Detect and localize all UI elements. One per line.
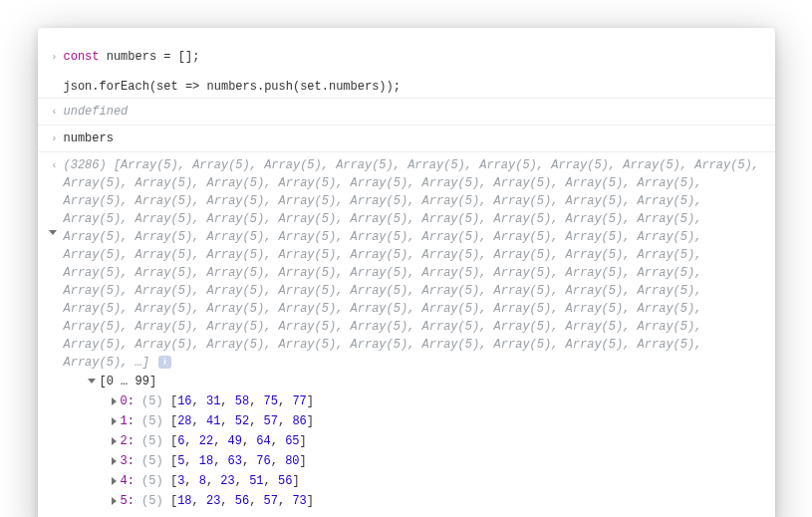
array-entry-row[interactable]: 4: (5) [3, 8, 23, 51, 56] (112, 471, 763, 491)
bracket-close: ] (307, 394, 314, 408)
range-row[interactable]: [0 … 99] (88, 372, 763, 391)
entry-value: 86 (292, 414, 306, 428)
array-length: (3286) (64, 158, 107, 172)
entry-value: 56 (235, 494, 249, 508)
bracket-close: ] (307, 494, 314, 508)
gutter-blank: · (46, 78, 64, 94)
result-icon: ‹ (46, 103, 64, 119)
array-entries: 0: (5) [16, 31, 58, 75, 77]1: (5) [28, 4… (88, 391, 763, 511)
entry-value: 51 (249, 474, 263, 488)
chevron-right-icon[interactable] (112, 397, 117, 405)
entry-length: (5) (141, 454, 163, 468)
expression: numbers (64, 129, 763, 147)
identifier-numbers: numbers (107, 50, 156, 64)
entry-value: 65 (285, 434, 299, 448)
keyword-const: const (64, 50, 100, 64)
entry-index: 3: (121, 454, 135, 468)
range-label: [0 … 99] (100, 375, 157, 388)
prompt-icon: › (46, 129, 64, 145)
console-input-row[interactable]: › const numbers = []; (38, 46, 775, 68)
result-expand-gutter[interactable]: ‹ (46, 156, 64, 172)
undefined-value: undefined (64, 103, 763, 121)
entry-length: (5) (141, 414, 163, 428)
bracket-close: ] (300, 434, 307, 448)
entry-value: 57 (264, 494, 278, 508)
chevron-right-icon[interactable] (112, 497, 117, 505)
entry-value: 77 (292, 394, 306, 408)
entry-value: 80 (285, 454, 299, 468)
bracket-close: ] (300, 454, 307, 468)
entry-length: (5) (141, 474, 163, 488)
entry-value: 64 (256, 434, 270, 448)
entry-value: 23 (220, 474, 234, 488)
console-result-row: ‹ undefined (38, 98, 775, 125)
entry-index: 1: (121, 414, 135, 428)
entry-value: 23 (206, 494, 220, 508)
chevron-down-icon[interactable] (88, 379, 96, 384)
entry-value: 56 (278, 474, 292, 488)
entry-value: 18 (199, 454, 213, 468)
entry-index: 2: (121, 434, 135, 448)
array-entry-row[interactable]: 1: (5) [28, 41, 52, 57, 86] (112, 411, 763, 431)
entry-value: 41 (206, 414, 220, 428)
entry-value: 18 (177, 494, 191, 508)
chevron-right-icon[interactable] (112, 477, 117, 485)
entry-value: 16 (177, 394, 191, 408)
entry-length: (5) (141, 434, 163, 448)
entry-value: 8 (199, 474, 206, 488)
entry-index: 4: (121, 474, 135, 488)
array-entry-row[interactable]: 3: (5) [5, 18, 63, 76, 80] (112, 451, 763, 471)
chevron-right-icon[interactable] (112, 457, 117, 465)
array-entry-row[interactable]: 0: (5) [16, 31, 58, 75, 77] (112, 391, 763, 411)
entry-length: (5) (141, 494, 163, 508)
entry-value: 73 (292, 494, 306, 508)
chevron-right-icon[interactable] (112, 437, 117, 445)
console-result-row: ‹ (3286) [Array(5), Array(5), Array(5), … (38, 151, 775, 515)
console-code: const numbers = []; (64, 48, 763, 66)
entry-index: 0: (121, 394, 135, 408)
expand-caret-icon[interactable] (49, 230, 57, 235)
array-preview-body: [Array(5), Array(5), Array(5), Array(5),… (64, 158, 760, 370)
chevron-right-icon[interactable] (112, 417, 117, 425)
array-preview[interactable]: (3286) [Array(5), Array(5), Array(5), Ar… (64, 156, 763, 372)
entry-value: 58 (235, 394, 249, 408)
info-icon[interactable]: i (158, 356, 171, 369)
entry-value: 75 (264, 394, 278, 408)
entry-value: 52 (235, 414, 249, 428)
entry-value: 63 (228, 454, 242, 468)
code-line-2: json.forEach(set => numbers.push(set.num… (64, 80, 401, 94)
prompt-icon: › (46, 48, 64, 64)
entry-value: 57 (264, 414, 278, 428)
bracket-close: ] (292, 474, 299, 488)
entry-value: 22 (199, 434, 213, 448)
array-entry-row[interactable]: 2: (5) [6, 22, 49, 64, 65] (112, 431, 763, 451)
array-result-content: (3286) [Array(5), Array(5), Array(5), Ar… (64, 156, 763, 511)
console-input-row[interactable]: · json.forEach(set => numbers.push(set.n… (38, 68, 775, 98)
entry-value: 49 (228, 434, 242, 448)
code-rest: []; (178, 50, 200, 64)
array-entry-row[interactable]: 5: (5) [18, 23, 56, 57, 73] (112, 491, 763, 511)
bracket-close: ] (307, 414, 314, 428)
array-tree: [0 … 99] 0: (5) [16, 31, 58, 75, 77]1: (… (64, 372, 763, 511)
entry-value: 31 (206, 394, 220, 408)
entry-value: 76 (256, 454, 270, 468)
entry-length: (5) (141, 394, 163, 408)
entry-value: 28 (177, 414, 191, 428)
entry-index: 5: (121, 494, 135, 508)
console-code: json.forEach(set => numbers.push(set.num… (64, 78, 763, 96)
equals-sign: = (163, 50, 170, 64)
result-icon: ‹ (53, 159, 56, 170)
console-input-row[interactable]: › numbers (38, 125, 775, 151)
console-panel: › const numbers = []; · json.forEach(set… (38, 28, 775, 517)
